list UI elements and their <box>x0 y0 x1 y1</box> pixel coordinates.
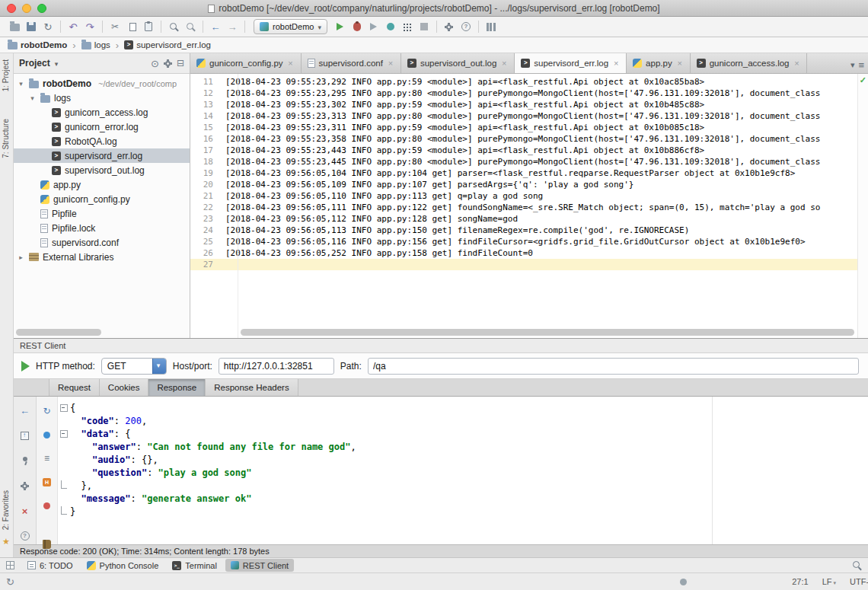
editor-options-icon[interactable] <box>858 59 864 73</box>
favorites-star-icon[interactable] <box>2 536 10 547</box>
tool-windows-icon[interactable] <box>6 561 14 569</box>
tree-item-app-py[interactable]: app.py <box>14 177 190 192</box>
close-icon[interactable] <box>676 59 684 67</box>
tree-item-supervisord-out-log[interactable]: supervisord_out.log <box>14 163 190 177</box>
line-number[interactable]: 22 <box>190 203 225 212</box>
close-icon[interactable] <box>387 59 394 67</box>
editor-tab-supervisord-out-log[interactable]: supervisord_out.log <box>401 53 515 73</box>
settings-button[interactable] <box>17 477 34 494</box>
close-icon[interactable] <box>793 59 800 67</box>
line-number[interactable]: 18 <box>190 157 225 167</box>
editor-tab-supervisord-err-log[interactable]: supervisord_err.log <box>515 53 627 73</box>
caret-position[interactable]: 27:1 <box>792 577 808 586</box>
open-button[interactable] <box>6 18 23 35</box>
refresh-button[interactable] <box>39 403 56 419</box>
expand-arrow-icon[interactable]: ▸ <box>17 254 25 261</box>
profile-button[interactable] <box>382 18 399 35</box>
close-icon[interactable] <box>612 59 620 67</box>
host-input[interactable] <box>219 358 334 375</box>
editor-tab-supervisord-conf[interactable]: supervisord.conf <box>302 53 401 73</box>
response-editor[interactable]: { "code": 200, "data": { "answer": "Can … <box>58 397 868 544</box>
breadcrumb-item-logs[interactable]: logs <box>81 40 110 49</box>
close-window-button[interactable] <box>7 4 16 13</box>
line-number[interactable]: 23 <box>190 214 225 224</box>
back-button[interactable] <box>17 403 34 419</box>
project-panel-title[interactable]: Project <box>19 58 50 69</box>
paste-button[interactable] <box>140 18 157 35</box>
export-button[interactable] <box>17 428 34 445</box>
html-view-button[interactable] <box>39 474 56 490</box>
tool-button-6-todo[interactable]: 6: TODO <box>22 559 78 572</box>
fold-collapse-icon[interactable] <box>58 427 70 440</box>
replace-button[interactable] <box>182 18 199 35</box>
project-scrollbar[interactable] <box>16 329 101 336</box>
search-icon[interactable] <box>852 560 862 570</box>
redo-button[interactable] <box>81 18 98 35</box>
editor-body[interactable]: 11[2018-04-23 09:55:23,292 INFO app.py:5… <box>190 74 868 338</box>
titlebar[interactable]: robotDemo [~/dev/dev_root/company/naturl… <box>0 0 868 17</box>
settings-button[interactable] <box>441 18 458 35</box>
line-number[interactable]: 16 <box>190 134 225 144</box>
collapse-arrow-icon[interactable]: ▾ <box>17 80 25 88</box>
tree-item-gunicorn-config-py[interactable]: gunicorn_config.py <box>14 192 190 206</box>
preview-button[interactable] <box>39 426 56 443</box>
line-number[interactable]: 19 <box>190 168 225 178</box>
http-method-select[interactable]: GET <box>101 358 167 375</box>
collapse-arrow-icon[interactable]: ▾ <box>28 94 37 102</box>
path-input[interactable] <box>368 358 859 375</box>
tree-item-pipfile[interactable]: Pipfile <box>14 206 190 221</box>
grid-button[interactable] <box>399 18 416 35</box>
find-button[interactable] <box>165 18 182 35</box>
tool-button-rest-client[interactable]: REST Client <box>225 559 294 572</box>
tree-item-robotdemo[interactable]: ▾robotDemo~/dev/dev_root/comp <box>14 76 190 91</box>
structure-button[interactable] <box>483 18 499 35</box>
tree-item-external-libraries[interactable]: ▸External Libraries <box>14 250 190 264</box>
library-button[interactable] <box>39 521 56 537</box>
help-button[interactable] <box>458 18 474 35</box>
fold-collapse-icon[interactable] <box>58 401 70 414</box>
line-number[interactable]: 20 <box>190 180 225 190</box>
close-button[interactable] <box>17 502 34 519</box>
line-number[interactable]: 12 <box>190 88 225 98</box>
breadcrumb-item-robotdemo[interactable]: robotDemo <box>8 40 67 49</box>
line-number[interactable]: 24 <box>190 225 225 235</box>
fold-end-icon[interactable] <box>58 505 70 518</box>
chevron-down-icon[interactable] <box>55 58 59 69</box>
collapse-all-icon[interactable] <box>177 58 184 69</box>
tree-item-gunicorn-error-log[interactable]: gunicorn_error.log <box>14 120 190 134</box>
tree-item-pipfile-lock[interactable]: Pipfile.lock <box>14 221 190 235</box>
editor-tab-gunicorn-access-log[interactable]: gunicorn_access.log <box>691 53 808 73</box>
back-button[interactable] <box>207 18 224 35</box>
tool-stripe-project[interactable]: 1: Project <box>2 59 10 91</box>
line-number[interactable]: 27 <box>190 260 225 269</box>
tool-button-terminal[interactable]: Terminal <box>167 559 222 572</box>
copy-button[interactable] <box>123 18 140 35</box>
editor-tab-gunicorn-config-py[interactable]: gunicorn_config.py <box>190 53 302 73</box>
gear-icon[interactable] <box>164 59 172 68</box>
help-button[interactable] <box>17 528 34 544</box>
tool-button-python-console[interactable]: Python Console <box>81 559 164 572</box>
stop-button[interactable] <box>416 18 432 35</box>
close-icon[interactable] <box>287 59 295 67</box>
tab-cookies[interactable]: Cookies <box>100 379 149 396</box>
tree-item-supervisord-err-log[interactable]: supervisord_err.log <box>14 148 190 163</box>
line-number[interactable]: 15 <box>190 123 225 132</box>
error-button[interactable] <box>39 497 56 514</box>
forward-button[interactable] <box>224 18 241 35</box>
tree-item-robotqa-log[interactable]: RobotQA.log <box>14 134 190 148</box>
tool-stripe-structure[interactable]: 7: Structure <box>2 119 10 158</box>
tab-request[interactable]: Request <box>49 379 100 396</box>
tool-stripe-favorites[interactable]: 2: Favorites <box>2 490 10 530</box>
editor-tab-app-py[interactable]: app.py <box>627 53 691 73</box>
undo-button[interactable] <box>65 18 81 35</box>
run-configuration-select[interactable]: robotDemo <box>254 19 327 34</box>
submit-request-button[interactable] <box>21 361 30 372</box>
chevron-down-icon[interactable] <box>152 359 166 374</box>
breadcrumb-item-supervisord-err-log[interactable]: supervisord_err.log <box>124 40 211 49</box>
zoom-window-button[interactable] <box>37 4 46 13</box>
tree-item-gunicorn-access-log[interactable]: gunicorn_access.log <box>14 105 190 120</box>
locate-file-icon[interactable] <box>151 58 159 69</box>
encoding-indicator[interactable]: UTF-8 <box>850 577 868 586</box>
cut-button[interactable] <box>107 18 123 35</box>
line-separator-indicator[interactable]: LF <box>822 577 836 586</box>
